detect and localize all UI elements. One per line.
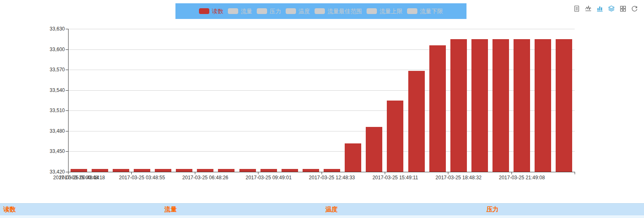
bar[interactable]	[282, 169, 298, 172]
legend-label: 流量	[241, 8, 252, 14]
bar[interactable]	[303, 169, 319, 172]
line-chart-type-icon[interactable]	[585, 5, 592, 12]
bar[interactable]	[71, 169, 87, 172]
dashboard-page: 读数流量压力温度流量最佳范围流量上限流量下限 33	[0, 0, 644, 218]
bar[interactable]	[408, 71, 425, 172]
legend-item-1[interactable]: 流量	[228, 8, 252, 14]
bar[interactable]	[134, 169, 150, 172]
bar[interactable]	[556, 39, 572, 172]
legend-marker	[315, 8, 325, 14]
tiled-icon[interactable]	[619, 5, 627, 12]
bar[interactable]	[324, 169, 340, 172]
legend-marker	[367, 8, 377, 14]
legend-item-3[interactable]: 温度	[286, 8, 310, 14]
bar[interactable]	[92, 169, 108, 172]
y-axis-label: 33,540	[36, 87, 65, 93]
x-axis-label: 2017-03-25 06:48:26	[182, 175, 228, 180]
bar[interactable]	[176, 169, 192, 172]
legend-label: 流量上限	[379, 8, 402, 14]
bottom-data-table: 读数流量温度压力	[0, 203, 644, 218]
legend-item-4[interactable]: 流量最佳范围	[315, 8, 362, 14]
table-header-row: 读数流量温度压力	[0, 203, 644, 216]
y-axis-label: 33,570	[36, 67, 65, 73]
bar[interactable]	[492, 39, 509, 172]
bar[interactable]	[239, 169, 256, 172]
stack-icon[interactable]	[608, 5, 615, 12]
legend-item-5[interactable]: 流量上限	[367, 8, 402, 14]
restore-icon[interactable]	[631, 5, 638, 12]
legend-label: 流量下限	[420, 8, 443, 14]
bar[interactable]	[155, 169, 171, 172]
x-axis-tick	[385, 172, 385, 174]
bottom-tab-2[interactable]: 温度	[322, 206, 483, 213]
y-axis-label: 33,600	[36, 47, 65, 52]
x-axis-tick	[448, 172, 448, 174]
chart-legend: 读数流量压力温度流量最佳范围流量上限流量下限	[175, 3, 466, 19]
y-axis-label: 33,480	[36, 128, 65, 134]
bar[interactable]	[197, 169, 213, 172]
legend-label: 压力	[270, 8, 281, 14]
y-axis-label: 33,450	[36, 148, 65, 154]
legend-marker	[228, 8, 238, 14]
x-axis-tick	[575, 172, 575, 174]
bar[interactable]	[366, 127, 382, 172]
x-axis-label: 2017-03-25 12:48:33	[309, 175, 355, 180]
bottom-tab-3[interactable]: 压力	[483, 206, 644, 213]
legend-marker	[407, 8, 417, 14]
x-axis-tick	[258, 172, 258, 174]
data-view-icon[interactable]	[573, 5, 580, 12]
table-partial-row	[0, 216, 644, 218]
x-axis-tick	[131, 172, 132, 174]
legend-marker	[257, 8, 267, 14]
bar[interactable]	[471, 39, 488, 172]
bar[interactable]	[450, 39, 467, 172]
legend-marker	[286, 8, 296, 14]
legend-item-6[interactable]: 流量下限	[407, 8, 443, 14]
bar[interactable]	[387, 101, 403, 172]
legend-item-0[interactable]: 读数	[199, 8, 223, 14]
x-axis-label: 2017-03-25 21:49:08	[499, 175, 545, 180]
bar-chart-plot: 33,42033,45033,48033,51033,54033,57033,6…	[0, 19, 644, 188]
chart-toolbox	[573, 5, 638, 12]
x-axis-label: 2017-03-25 09:49:01	[246, 175, 291, 180]
legend-label: 温度	[298, 8, 310, 14]
y-axis-label: 33,420	[36, 169, 65, 175]
x-axis-label: 2017-03-25 15:49:11	[372, 175, 418, 180]
legend-marker	[199, 8, 209, 14]
x-axis-label: 2017-03-25 00:48:18	[59, 175, 105, 180]
bar[interactable]	[260, 169, 277, 172]
bar[interactable]	[218, 169, 234, 172]
bar[interactable]	[514, 39, 530, 172]
y-axis-line	[68, 29, 69, 172]
bar[interactable]	[113, 169, 129, 172]
x-axis-tick	[322, 172, 322, 174]
bar-chart-type-icon[interactable]	[596, 5, 604, 12]
x-axis-tick	[511, 172, 512, 174]
x-axis-label: 2017-03-25 18:48:32	[436, 175, 481, 180]
x-axis-tick	[195, 172, 195, 174]
legend-label: 读数	[212, 8, 223, 14]
bottom-tab-0[interactable]: 读数	[0, 206, 161, 213]
bottom-tab-1[interactable]: 流量	[161, 206, 322, 213]
legend-item-2[interactable]: 压力	[257, 8, 281, 14]
y-axis-label: 33,630	[36, 26, 65, 32]
bar[interactable]	[345, 143, 361, 172]
x-axis-label: 2017-03-25 03:48:55	[119, 175, 165, 180]
bar[interactable]	[429, 45, 446, 172]
x-axis-tick	[68, 172, 69, 174]
legend-label: 流量最佳范围	[327, 8, 362, 14]
y-axis-label: 33,510	[36, 108, 65, 113]
bar[interactable]	[535, 39, 551, 172]
y-gridline	[68, 29, 575, 29]
